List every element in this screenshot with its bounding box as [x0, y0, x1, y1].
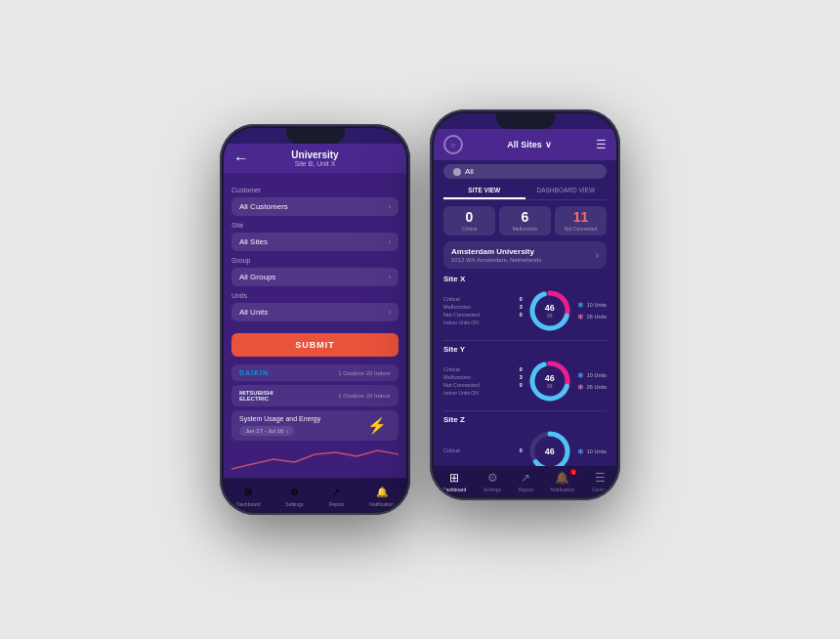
critical-label: Critical	[447, 226, 491, 232]
nav-settings-label: Settings	[285, 501, 303, 507]
group-label: Group	[231, 257, 399, 264]
critical-number: 0	[447, 210, 491, 224]
notification-icon: 🔔	[374, 484, 390, 499]
site-input[interactable]: All Sites ›	[231, 233, 399, 251]
mitsubishi-logo: MITSUBISHIELECTRIC	[239, 390, 338, 402]
all-text: All	[465, 167, 474, 176]
site-x-legend: ❄ 10 Units ❄ 26 Units	[577, 301, 607, 321]
phone1-bottom-nav: ⊞ Dashboard ⚙ Settings ↗ Report 🔔 Notifi…	[224, 478, 406, 511]
site-y-title: Site Y	[443, 345, 607, 354]
nav2-report[interactable]: ↗ Report	[519, 471, 533, 492]
submit-button[interactable]: SUBMIT	[231, 333, 399, 357]
university-card[interactable]: Amsterdam University 1012 WX Amsterdam, …	[443, 241, 607, 269]
phone1-title-main: University	[291, 149, 338, 160]
nav2-notification-label: Notification	[551, 487, 575, 492]
nav2-control-label: Control	[592, 487, 608, 492]
stat-not-connected: 11 Not Connected	[555, 206, 607, 235]
nav-report[interactable]: ↗ Report	[328, 484, 344, 507]
site-y-stats: Critical 0 Malfunction 3 Not Connected 0	[443, 358, 607, 405]
nav-settings[interactable]: ⚙ Settings	[285, 484, 303, 507]
system-card[interactable]: System Usage and Energy Jun 17 - Jul 16 …	[231, 410, 399, 441]
phone-2: ○ All Sites ∨ ☰ All SITE VIEW DASHBOARD …	[430, 109, 620, 500]
daikin-info: 1 Outdoor 20 Indoor	[338, 370, 391, 376]
customer-arrow: ›	[389, 203, 391, 210]
customer-value: All Customers	[239, 202, 288, 211]
phone1-header: ← University Site B, Unit X	[224, 144, 406, 173]
phone1-title-sub: Site B, Unit X	[291, 160, 338, 167]
phone2-title[interactable]: All Sites ∨	[507, 140, 552, 149]
lightning-icon: ⚡	[367, 416, 387, 435]
malfunction-label: Malfunction	[503, 226, 547, 232]
nav2-dashboard-label: Dashboard	[442, 487, 466, 492]
view-tabs: SITE VIEW DASHBOARD VIEW	[443, 183, 607, 200]
date-arrow: ›	[286, 428, 288, 434]
units-label: Units	[231, 292, 399, 299]
date-badge: Jun 17 - Jul 16 ›	[239, 426, 294, 436]
dashboard-icon: ⊞	[240, 484, 256, 499]
malfunction-number: 6	[503, 210, 547, 224]
site-value: All Sites	[239, 237, 268, 246]
notch-1	[286, 128, 345, 144]
notification-badge-dot: 1	[570, 469, 576, 475]
university-address: 1012 WX Amsterdam, Netherlands	[451, 257, 541, 263]
all-badge: All	[443, 164, 607, 179]
all-sites-label: All Sites	[507, 140, 542, 149]
tab-dashboard-view[interactable]: DASHBOARD VIEW	[525, 183, 608, 199]
divider-1	[443, 340, 607, 341]
site-z-legend: ❄ 10 Units	[577, 447, 607, 456]
back-button[interactable]: ←	[233, 149, 249, 167]
site-z-section: Site Z Critical 0	[443, 415, 607, 466]
dropdown-arrow: ∨	[545, 140, 552, 149]
group-input[interactable]: All Groups ›	[231, 268, 399, 286]
nav2-report-icon: ↗	[521, 471, 530, 485]
nav2-settings-icon: ⚙	[487, 471, 498, 485]
customer-input[interactable]: All Customers ›	[231, 197, 399, 216]
chart-area	[231, 445, 399, 474]
group-arrow: ›	[389, 274, 391, 280]
nav-report-label: Report	[329, 501, 344, 507]
tab-site-view[interactable]: SITE VIEW	[443, 183, 525, 199]
settings-icon: ⚙	[286, 484, 302, 499]
nav-notification-label: Notification	[369, 501, 394, 507]
site-z-donut: 46	[526, 428, 573, 466]
mitsubishi-info: 1 Outdoor 20 Indoor	[338, 393, 391, 399]
nav2-dashboard[interactable]: ⊞ Dashboard	[442, 471, 466, 492]
nav2-notification-icon: 🔔	[555, 471, 569, 485]
circle-icon: ○	[443, 135, 463, 154]
system-title: System Usage and Energy	[239, 415, 367, 422]
phone-1: ← University Site B, Unit X Customer All…	[220, 124, 410, 515]
scroll-content: Amsterdam University 1012 WX Amsterdam, …	[434, 241, 616, 466]
notch-2	[496, 113, 555, 129]
nav-dashboard-label: Dashboard	[236, 501, 260, 507]
site-label: Site	[231, 222, 399, 229]
site-x-section: Site X Critical 0 Malfunction 3	[443, 275, 607, 334]
stat-malfunction: 6 Malfunction	[499, 206, 551, 235]
nav-dashboard[interactable]: ⊞ Dashboard	[236, 484, 260, 507]
filter-content: Customer All Customers › Site All Sites …	[224, 173, 406, 478]
university-arrow: ›	[596, 250, 599, 261]
not-connected-label: Not Connected	[559, 226, 603, 232]
all-dot	[453, 168, 461, 176]
circle-inner: ○	[451, 141, 456, 149]
report-icon: ↗	[328, 484, 344, 499]
site-x-title: Site X	[443, 275, 607, 283]
daikin-card[interactable]: DAIKIN 1 Outdoor 20 Indoor	[231, 364, 399, 381]
nav2-report-label: Report	[519, 487, 533, 492]
nav2-control[interactable]: ☰ Control	[592, 471, 608, 492]
nav2-notification[interactable]: 🔔 1 Notification	[551, 471, 575, 492]
site-z-stats: Critical 0 46	[443, 428, 607, 466]
site-y-donut: 46 68	[526, 358, 573, 405]
units-input[interactable]: All Units ›	[231, 303, 399, 321]
hamburger-icon[interactable]: ☰	[596, 138, 607, 151]
nav-notification[interactable]: 🔔 Notification	[369, 484, 394, 507]
site-y-section: Site Y Critical 0 Malfunction 3	[443, 345, 607, 405]
customer-label: Customer	[231, 187, 399, 193]
phone2-bottom-nav: ⊞ Dashboard ⚙ Settings ↗ Report 🔔 1 Noti…	[434, 466, 616, 496]
site-y-legend: ❄ 10 Units ❄ 26 Units	[577, 371, 607, 392]
nav2-control-icon: ☰	[595, 471, 606, 485]
units-arrow: ›	[389, 309, 391, 316]
site-x-stats: Critical 0 Malfunction 3 Not Connected 0	[443, 287, 607, 334]
daikin-logo: DAIKIN	[239, 369, 338, 376]
nav2-settings[interactable]: ⚙ Settings	[483, 471, 501, 492]
mitsubishi-card[interactable]: MITSUBISHIELECTRIC 1 Outdoor 20 Indoor	[231, 385, 399, 406]
